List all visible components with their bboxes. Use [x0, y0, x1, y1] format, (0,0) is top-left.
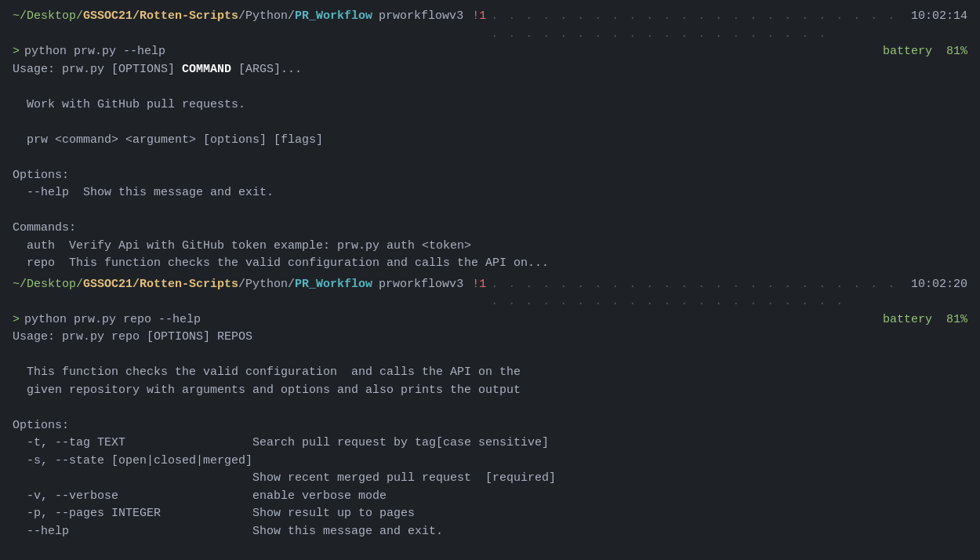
path-seg2-2: Rotten-Scripts: [140, 276, 238, 294]
git-dirty-2: !1: [465, 276, 486, 294]
blank-1: [13, 78, 967, 96]
terminal-window: ~/Desktop/GSSOC21/Rotten-Scripts/Python/…: [13, 8, 967, 540]
command-line-1: > python prw.py --help battery 81%: [13, 43, 967, 61]
git-dirty-1: !1: [465, 8, 486, 26]
output-block-1: Usage: prw.py [OPTIONS] COMMAND [ARGS]..…: [13, 61, 967, 273]
path-seg4-2: PR_Workflow: [295, 276, 372, 294]
time-2: 10:02:20: [911, 278, 967, 291]
output-line-2-9: --help Show this message and exit.: [13, 523, 967, 541]
battery-value-2: 81%: [939, 313, 967, 326]
blank-6: [13, 399, 967, 417]
output-line-2-3: Options:: [13, 417, 967, 435]
output-line-1-6: auth Verify Api with GitHub token exampl…: [13, 238, 967, 256]
git-branch-1: prworkflowv3: [379, 8, 463, 26]
prompt-dots-2: . . . . . . . . . . . . . . . . . . . . …: [491, 276, 906, 311]
output-line-2-1: This function checks the valid configura…: [13, 364, 967, 382]
output-line-2-0: Usage: prw.py repo [OPTIONS] REPOS: [13, 329, 967, 347]
output-line-2-7: -v, --verbose enable verbose mode: [13, 488, 967, 506]
prompt-path-1: ~/Desktop/GSSOC21/Rotten-Scripts/Python/…: [13, 8, 911, 43]
prompt-line-2: ~/Desktop/GSSOC21/Rotten-Scripts/Python/…: [13, 276, 967, 311]
blank-2: [13, 114, 967, 132]
path-tilde-2: ~/Desktop/: [13, 276, 83, 294]
blank-5: [13, 347, 967, 365]
chevron-2: >: [13, 311, 20, 329]
output-line-2-5: -s, --state [open|closed|merged]: [13, 453, 967, 471]
output-line-1-4: --help Show this message and exit.: [13, 184, 967, 202]
output-line-1-7: repo This function checks the valid conf…: [13, 255, 967, 273]
output-line-2-2: given repository with arguments and opti…: [13, 382, 967, 400]
path-tilde-1: ~/Desktop/: [13, 8, 83, 26]
battery-value-1: 81%: [939, 45, 967, 58]
path-seg1-2: GSSOC21/: [83, 276, 140, 294]
prompt-time-2: 10:02:20: [911, 276, 967, 294]
time-1: 10:02:14: [911, 9, 967, 23]
path-seg3-1: /Python/: [238, 8, 295, 26]
battery-2: battery 81%: [883, 311, 967, 329]
command-text-1: python prw.py --help: [24, 43, 165, 61]
output-line-2-8: -p, --pages INTEGER Show result up to pa…: [13, 505, 967, 523]
command-line-2: > python prw.py repo --help battery 81%: [13, 311, 967, 329]
path-seg2-1: Rotten-Scripts: [140, 8, 238, 26]
path-seg1-1: GSSOC21/: [83, 8, 140, 26]
blank-4: [13, 202, 967, 220]
output-line-1-5: Commands:: [13, 220, 967, 238]
output-line-1-3: Options:: [13, 167, 967, 185]
output-line-1-0: Usage: prw.py [OPTIONS] COMMAND [ARGS]..…: [13, 61, 967, 79]
prompt-time-1: 10:02:14: [911, 8, 967, 26]
chevron-1: >: [13, 43, 20, 61]
prompt-dots-1: . . . . . . . . . . . . . . . . . . . . …: [491, 8, 906, 43]
command-left-2: > python prw.py repo --help: [13, 311, 201, 329]
command-left-1: > python prw.py --help: [13, 43, 165, 61]
command-text-2: python prw.py repo --help: [24, 311, 201, 329]
output-line-2-4: -t, --tag TEXT Search pull request by ta…: [13, 435, 967, 453]
output-line-2-6: Show recent merged pull request [require…: [13, 470, 967, 488]
git-branch-2: prworkflowv3: [379, 276, 463, 294]
path-seg3-2: /Python/: [238, 276, 295, 294]
battery-1: battery 81%: [883, 43, 967, 61]
blank-3: [13, 149, 967, 167]
output-block-2: Usage: prw.py repo [OPTIONS] REPOS This …: [13, 329, 967, 540]
prompt-line-1: ~/Desktop/GSSOC21/Rotten-Scripts/Python/…: [13, 8, 967, 43]
path-seg4-1: PR_Workflow: [295, 8, 372, 26]
output-line-1-2: prw <command> <argument> [options] [flag…: [13, 132, 967, 150]
battery-label-2: battery: [883, 313, 932, 326]
battery-label-1: battery: [883, 45, 932, 58]
output-line-1-1: Work with GitHub pull requests.: [13, 96, 967, 115]
prompt-path-2: ~/Desktop/GSSOC21/Rotten-Scripts/Python/…: [13, 276, 911, 311]
